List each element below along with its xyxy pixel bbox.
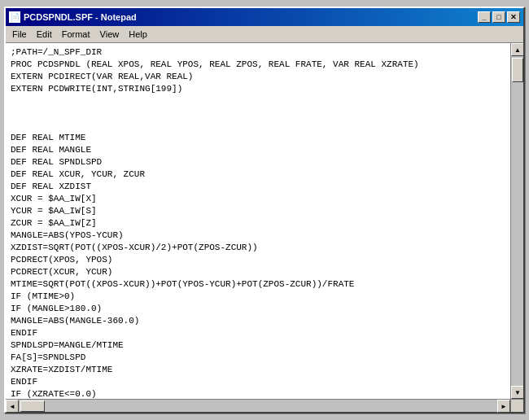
content-area: ;PATH=/_N_SPF_DIR PROC PCDSPNDL (REAL XP… (6, 43, 523, 399)
title-bar-text: 📄 PCDSPNDL.SPF - Notepad (9, 11, 137, 23)
vertical-scrollbar: ▲ ▼ (510, 43, 523, 399)
menu-item-edit[interactable]: Edit (32, 28, 57, 41)
bottom-area: ◄ ► (6, 399, 523, 412)
minimize-button[interactable]: _ (478, 11, 491, 23)
menu-item-help[interactable]: Help (124, 28, 152, 41)
scroll-track-horizontal[interactable] (19, 400, 497, 412)
menu-item-view[interactable]: View (95, 28, 125, 41)
scroll-left-button[interactable]: ◄ (6, 400, 19, 413)
scroll-right-button[interactable]: ► (497, 400, 510, 413)
menu-item-format[interactable]: Format (57, 28, 95, 41)
close-button[interactable]: ✕ (507, 11, 520, 23)
editor-content[interactable]: ;PATH=/_N_SPF_DIR PROC PCDSPNDL (REAL XP… (6, 43, 510, 399)
scroll-up-button[interactable]: ▲ (511, 43, 523, 56)
scrollbar-corner (510, 399, 523, 412)
menu-bar: File Edit Format View Help (6, 26, 523, 43)
scroll-thumb-horizontal[interactable] (20, 400, 45, 412)
main-window: 📄 PCDSPNDL.SPF - Notepad _ □ ✕ File Edit… (4, 7, 525, 413)
app-icon: 📄 (9, 11, 20, 23)
title-controls: _ □ ✕ (478, 11, 520, 23)
scroll-track-vertical[interactable] (511, 56, 523, 386)
horizontal-scrollbar: ◄ ► (6, 399, 510, 412)
title-bar: 📄 PCDSPNDL.SPF - Notepad _ □ ✕ (6, 8, 523, 26)
scroll-down-button[interactable]: ▼ (511, 386, 523, 399)
window-title: PCDSPNDL.SPF - Notepad (24, 12, 137, 22)
scroll-thumb-vertical[interactable] (512, 58, 523, 82)
maximize-button[interactable]: □ (492, 11, 505, 23)
menu-item-file[interactable]: File (7, 28, 32, 41)
